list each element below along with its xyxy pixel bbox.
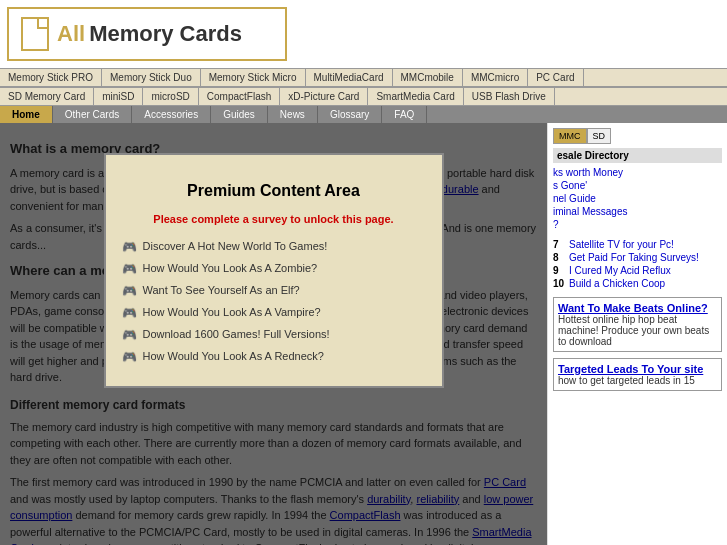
sidebar-tab-mmc[interactable]: MMC (553, 128, 587, 144)
sidebar-link-2[interactable]: s Gone' (553, 179, 722, 192)
sidebar-section-title: esale Directory (553, 148, 722, 163)
sidebar-numbered-list: 7 Satellite TV for your Pc! 8 Get Paid F… (553, 239, 722, 289)
nav-multimediacard[interactable]: MultiMediaCard (306, 69, 393, 86)
nav-xd-picture-card[interactable]: xD-Picture Card (280, 88, 368, 105)
sidebar-link-10[interactable]: Build a Chicken Coop (569, 278, 665, 289)
tab-faq[interactable]: FAQ (382, 106, 427, 123)
modal-item-2[interactable]: How Would You Look As A Zombie? (122, 260, 426, 278)
sidebar-ad-2-body: how to get targeted leads in 15 (558, 375, 717, 386)
nav-minisd[interactable]: miniSD (94, 88, 143, 105)
sidebar-link-3[interactable]: nel Guide (553, 192, 722, 205)
logo-all: All (57, 21, 85, 47)
modal-item-4[interactable]: How Would You Look As A Vampire? (122, 304, 426, 322)
tab-glossary[interactable]: Glossary (318, 106, 382, 123)
sidebar-tabs: MMC SD (553, 128, 722, 144)
modal-box: Premium Content Area Please complete a s… (104, 153, 444, 388)
sidebar-tab-sd[interactable]: SD (587, 128, 612, 144)
sidebar-ad-2-title[interactable]: Targeted Leads To Your site (558, 363, 703, 375)
tab-bar: Home Other Cards Accessories Guides News… (0, 106, 727, 123)
sidebar-ad-1-title[interactable]: Want To Make Beats Online? (558, 302, 708, 314)
nav-memory-stick-pro[interactable]: Memory Stick PRO (0, 69, 102, 86)
logo-icon (21, 17, 49, 51)
modal-item-1[interactable]: Discover A Hot New World To Games! (122, 238, 426, 256)
sidebar-link-4[interactable]: iminal Messages (553, 205, 722, 218)
nav-mmcmobile[interactable]: MMCmobile (393, 69, 463, 86)
sidebar-link-9[interactable]: I Cured My Acid Reflux (569, 265, 671, 276)
tab-guides[interactable]: Guides (211, 106, 268, 123)
tab-home[interactable]: Home (0, 106, 53, 123)
nav-sd-memory-card[interactable]: SD Memory Card (0, 88, 94, 105)
sidebar-numbered-item-8: 8 Get Paid For Taking Surveys! (553, 252, 722, 263)
content-area: What is a memory card? A memory card is … (0, 123, 547, 545)
sidebar-link-8[interactable]: Get Paid For Taking Surveys! (569, 252, 699, 263)
sidebar-numbered-item-7: 7 Satellite TV for your Pc! (553, 239, 722, 250)
sidebar-numbered-item-9: 9 I Cured My Acid Reflux (553, 265, 722, 276)
modal-item-6[interactable]: How Would You Look As A Redneck? (122, 348, 426, 366)
sidebar-link-7[interactable]: Satellite TV for your Pc! (569, 239, 674, 250)
nav-mmcmicro[interactable]: MMCmicro (463, 69, 528, 86)
modal-title: Premium Content Area (122, 179, 426, 203)
modal-survey-text: Please complete a survey to unlock this … (122, 211, 426, 228)
site-header: All Memory Cards (7, 7, 287, 61)
modal-items-list: Discover A Hot New World To Games! How W… (122, 238, 426, 366)
nav-compactflash[interactable]: CompactFlash (199, 88, 280, 105)
modal-item-3[interactable]: Want To See Yourself As an Elf? (122, 282, 426, 300)
tab-accessories[interactable]: Accessories (132, 106, 211, 123)
sidebar-link-1[interactable]: ks worth Money (553, 166, 722, 179)
nav-memory-stick-duo[interactable]: Memory Stick Duo (102, 69, 201, 86)
nav-smartmedia-card[interactable]: SmartMedia Card (368, 88, 463, 105)
sidebar-link-5[interactable]: ? (553, 218, 722, 231)
sidebar-ad-1-body: Hottest online hip hop beat machine! Pro… (558, 314, 717, 347)
main-container: What is a memory card? A memory card is … (0, 123, 727, 545)
sidebar-ad-2: Targeted Leads To Your site how to get t… (553, 358, 722, 391)
sidebar-links-section: esale Directory ks worth Money s Gone' n… (553, 148, 722, 231)
nav-usb-flash-drive[interactable]: USB Flash Drive (464, 88, 555, 105)
logo-main: Memory Cards (89, 21, 242, 47)
nav-row-1: Memory Stick PRO Memory Stick Duo Memory… (0, 68, 727, 87)
nav-row-2: SD Memory Card miniSD microSD CompactFla… (0, 87, 727, 106)
sidebar-ad-1: Want To Make Beats Online? Hottest onlin… (553, 297, 722, 352)
nav-pc-card[interactable]: PC Card (528, 69, 583, 86)
nav-microsd[interactable]: microSD (143, 88, 198, 105)
nav-memory-stick-micro[interactable]: Memory Stick Micro (201, 69, 306, 86)
modal-item-5[interactable]: Download 1600 Games! Full Versions! (122, 326, 426, 344)
sidebar: MMC SD esale Directory ks worth Money s … (547, 123, 727, 545)
tab-news[interactable]: News (268, 106, 318, 123)
modal-overlay: Premium Content Area Please complete a s… (0, 123, 547, 545)
sidebar-numbered-item-10: 10 Build a Chicken Coop (553, 278, 722, 289)
tab-other-cards[interactable]: Other Cards (53, 106, 132, 123)
